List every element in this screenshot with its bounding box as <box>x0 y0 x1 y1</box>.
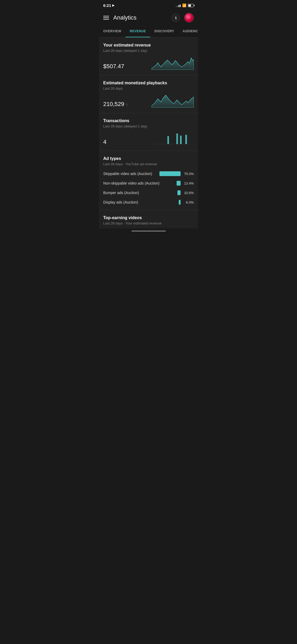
ad-bar-bumper <box>177 190 181 195</box>
revenue-title: Your estimated revenue <box>103 43 194 48</box>
signal-bar-2 <box>177 6 178 7</box>
hamburger-line-2 <box>103 17 109 18</box>
revenue-chart <box>152 55 194 70</box>
transactions-value: 4 <box>103 139 106 145</box>
ad-bar-skippable <box>159 171 181 176</box>
ad-bar-container-bumper: 10.6% <box>177 190 194 195</box>
ad-bar-container-nonskippable: 13.4% <box>177 181 194 186</box>
monetized-playbacks-card: Estimated monetized playbacks Last 28 da… <box>99 75 198 113</box>
location-icon: ▶ <box>112 4 114 7</box>
ad-type-label-display: Display ads (Auction) <box>103 200 179 204</box>
svg-marker-0 <box>152 58 194 70</box>
transactions-row: 4 <box>103 131 194 145</box>
ad-percent-nonskippable: 13.4% <box>183 181 194 185</box>
ad-bar-nonskippable <box>177 181 181 186</box>
ad-type-row-nonskippable: Non-skippable video ads (Auction) 13.4% <box>103 181 194 186</box>
ad-types-subtitle: Last 28 days · YouTube ad revenue <box>103 162 194 166</box>
status-bar: 6:21 ▶ 📶 <box>99 0 198 10</box>
signal-bar-1 <box>176 6 177 7</box>
home-indicator <box>99 228 198 234</box>
ad-bar-container-display: 6.0% <box>179 200 194 205</box>
ad-types-title: Ad types <box>103 156 194 161</box>
hamburger-menu[interactable] <box>103 16 109 20</box>
playbacks-chart <box>152 93 194 108</box>
page-title: Analytics <box>113 14 167 21</box>
notification-count: 1 <box>175 16 177 20</box>
ad-type-row-bumper: Bumper ads (Auction) 10.6% <box>103 190 194 195</box>
ad-type-row-skippable: Skippable video ads (Auction) 70.0% <box>103 171 194 176</box>
notification-button[interactable]: 1 <box>172 13 180 22</box>
wifi-icon: 📶 <box>182 3 186 7</box>
ad-bar-display <box>179 200 181 205</box>
tab-overview[interactable]: OVERVIEW <box>99 26 125 37</box>
svg-rect-5 <box>180 136 182 144</box>
ad-percent-skippable: 70.0% <box>183 172 194 176</box>
trend-down-icon: ↓ <box>126 102 128 107</box>
battery-fill <box>188 4 191 7</box>
ad-type-row-display: Display ads (Auction) 6.0% <box>103 200 194 205</box>
top-earning-title: Top-earning videos <box>103 215 194 220</box>
transactions-title: Transactions <box>103 118 194 123</box>
top-earning-section: Top-earning videos Last 28 days · Your e… <box>99 210 198 228</box>
svg-marker-1 <box>152 95 194 108</box>
app-header: Analytics 1 <box>99 10 198 26</box>
signal-bars <box>176 4 181 7</box>
tab-audience[interactable]: AUDIENCE <box>178 26 198 37</box>
revenue-row: $507.47 <box>103 55 194 70</box>
transactions-card: Transactions Last 28 days (delayed 1 day… <box>99 113 198 151</box>
hamburger-line-3 <box>103 19 109 20</box>
top-earning-subtitle: Last 28 days · Your estimated revenue <box>103 221 194 225</box>
ad-type-label-skippable: Skippable video ads (Auction) <box>103 172 159 176</box>
playbacks-title: Estimated monetized playbacks <box>103 81 194 85</box>
revenue-subtitle: Last 28 days (delayed 1 day) <box>103 49 194 53</box>
battery-icon <box>188 4 194 7</box>
ad-types-section: Ad types Last 28 days · YouTube ad reven… <box>99 151 198 210</box>
svg-rect-6 <box>185 135 187 144</box>
transactions-subtitle: Last 28 days (delayed 1 day) <box>103 124 194 128</box>
tab-bar: OVERVIEW REVENUE DISCOVERY AUDIENCE <box>99 26 198 38</box>
svg-rect-4 <box>176 134 178 144</box>
playbacks-value: 210,529 ↓ <box>103 101 128 108</box>
avatar[interactable] <box>184 13 194 22</box>
ad-bar-container-skippable: 70.0% <box>159 171 194 176</box>
svg-rect-3 <box>167 136 169 144</box>
signal-bar-3 <box>178 5 179 7</box>
estimated-revenue-card: Your estimated revenue Last 28 days (del… <box>99 38 198 75</box>
revenue-value: $507.47 <box>103 63 124 70</box>
signal-bar-4 <box>180 4 181 7</box>
content-area: Your estimated revenue Last 28 days (del… <box>99 38 198 228</box>
ad-type-label-bumper: Bumper ads (Auction) <box>103 191 177 195</box>
status-icons: 📶 <box>176 3 194 7</box>
tab-revenue[interactable]: REVENUE <box>125 26 150 37</box>
ad-type-label-nonskippable: Non-skippable video ads (Auction) <box>103 181 177 185</box>
home-bar <box>131 231 166 232</box>
status-time: 6:21 ▶ <box>103 3 114 8</box>
playbacks-row: 210,529 ↓ <box>103 93 194 108</box>
ad-percent-display: 6.0% <box>183 200 194 204</box>
ad-percent-bumper: 10.6% <box>183 191 194 195</box>
hamburger-line-1 <box>103 16 109 16</box>
playbacks-subtitle: Last 28 days <box>103 86 194 90</box>
time-display: 6:21 <box>103 3 111 8</box>
tab-discovery[interactable]: DISCOVERY <box>150 26 178 37</box>
transactions-chart <box>152 131 194 145</box>
